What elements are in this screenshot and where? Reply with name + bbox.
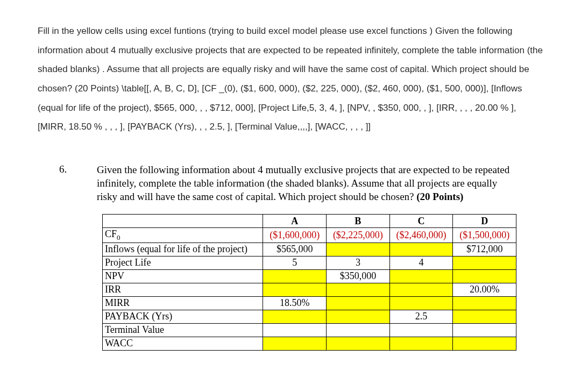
question-text-points: (20 Points) xyxy=(416,191,463,202)
table-cell: ($2,225,000) xyxy=(327,228,390,243)
table-cell xyxy=(263,323,327,337)
table-cell xyxy=(453,296,516,310)
table-cell xyxy=(327,243,390,256)
question-block: 6. Given the following information about… xyxy=(38,163,543,203)
table-header-d: D xyxy=(453,215,516,228)
table-header-empty xyxy=(103,215,263,228)
row-label: IRR xyxy=(103,283,263,296)
table-cell: 18.50% xyxy=(263,296,327,310)
table-header-c: C xyxy=(389,215,453,228)
table-cell xyxy=(263,310,327,323)
row-label: Project Life xyxy=(103,256,263,269)
row-label: MIRR xyxy=(103,296,263,310)
table-cell: ($1,600,000) xyxy=(263,228,327,243)
table-cell xyxy=(389,337,453,350)
table-cell xyxy=(453,337,516,350)
projects-table: ABCDCF0($1,600,000)($2,225,000)($2,460,0… xyxy=(102,214,516,351)
table-cell xyxy=(327,323,390,337)
row-label: WACC xyxy=(103,337,263,350)
table-cell xyxy=(389,283,453,296)
table-cell: ($1,500,000) xyxy=(453,228,516,243)
table-cell: $712,000 xyxy=(453,243,516,256)
row-label: Terminal Value xyxy=(103,323,263,337)
instructions-text: Fill in the yellow cells using excel fun… xyxy=(38,22,543,137)
row-label: PAYBACK (Yrs) xyxy=(103,310,263,323)
table-cell xyxy=(327,296,390,310)
table-cell xyxy=(453,256,516,269)
table-cell xyxy=(453,310,516,323)
table-cell xyxy=(453,269,516,283)
table-cell: 3 xyxy=(327,256,390,269)
question-text: Given the following information about 4 … xyxy=(97,163,516,203)
table-cell xyxy=(263,337,327,350)
table-cell xyxy=(389,269,453,283)
table-cell: $350,000 xyxy=(327,269,390,283)
table-cell xyxy=(263,283,327,296)
table-cell: 5 xyxy=(263,256,327,269)
table-cell xyxy=(389,323,453,337)
table-cell: 2.5 xyxy=(389,310,453,323)
table-cell: 4 xyxy=(389,256,453,269)
table-cell: ($2,460,000) xyxy=(389,228,453,243)
table-cell: 20.00% xyxy=(453,283,516,296)
table-cell xyxy=(327,283,390,296)
table-cell xyxy=(327,310,390,323)
table-cell xyxy=(327,337,390,350)
table-cell: $565,000 xyxy=(263,243,327,256)
table-header-b: B xyxy=(327,215,390,228)
table-cell xyxy=(453,323,516,337)
row-label: Inflows (equal for life of the project) xyxy=(103,243,263,256)
table-cell xyxy=(263,269,327,283)
table-cell xyxy=(389,243,453,256)
table-cell xyxy=(389,296,453,310)
table-header-a: A xyxy=(263,215,327,228)
question-number: 6. xyxy=(59,163,97,203)
row-label: NPV xyxy=(103,269,263,283)
row-label: CF0 xyxy=(103,228,263,243)
